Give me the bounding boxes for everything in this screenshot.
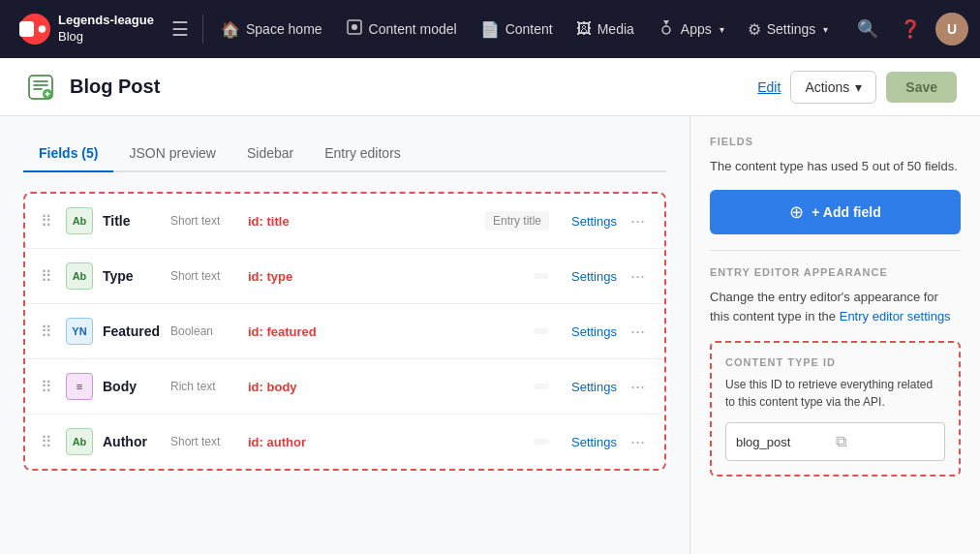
main-layout: Fields (5) JSON preview Sidebar Entry ed… [0, 116, 980, 554]
content-type-id-desc: Use this ID to retrieve everything relat… [725, 376, 945, 411]
field-type-title: Short text [170, 214, 238, 228]
app-logo[interactable]: Legends-league Blog [12, 13, 162, 46]
entry-editor-settings-link[interactable]: Entry editor settings [840, 309, 951, 323]
app-name: Legends-league Blog [58, 13, 154, 46]
drag-handle[interactable]: ⠿ [41, 267, 56, 286]
field-badge-type [534, 273, 549, 279]
tab-json-preview[interactable]: JSON preview [113, 136, 230, 172]
plus-icon: ⊕ [789, 201, 804, 223]
table-row: ⠿ Ab Author Short text id: author Settin… [25, 415, 664, 469]
drag-handle[interactable]: ⠿ [41, 378, 56, 396]
field-type-icon-type: Ab [66, 262, 93, 290]
content-model-icon [346, 18, 363, 40]
table-row: ⠿ Ab Title Short text id: title Entry ti… [25, 194, 664, 249]
field-more-title[interactable]: ··· [627, 211, 649, 231]
tab-fields[interactable]: Fields (5) [23, 136, 113, 172]
field-name-author: Author [103, 434, 161, 449]
field-settings-type[interactable]: Settings [559, 269, 617, 284]
field-type-icon-author: Ab [66, 428, 93, 455]
nav-settings[interactable]: ⚙ Settings ▾ [738, 15, 839, 45]
field-name-body: Body [103, 379, 161, 394]
home-icon: 🏠 [221, 20, 240, 39]
tab-bar: Fields (5) JSON preview Sidebar Entry ed… [23, 136, 666, 172]
field-type-icon-body: ≡ [66, 373, 93, 400]
tab-sidebar[interactable]: Sidebar [231, 136, 309, 172]
nav-divider [202, 15, 203, 44]
header-bar: Blog Post Edit Actions ▾ Save [0, 58, 980, 116]
drag-handle[interactable]: ⠿ [41, 212, 56, 231]
field-badge-title: Entry title [485, 211, 549, 231]
fields-count-text: The content type has used 5 out of 50 fi… [710, 157, 961, 176]
field-more-featured[interactable]: ··· [627, 322, 649, 342]
right-panel: FIELDS The content type has used 5 out o… [689, 116, 980, 554]
search-button[interactable]: 🔍 [850, 12, 885, 46]
drag-handle[interactable]: ⠿ [41, 433, 56, 451]
field-type-icon-featured: YN [66, 318, 93, 345]
field-id-author: id: author [248, 435, 524, 449]
actions-button[interactable]: Actions ▾ [790, 71, 876, 104]
drag-handle[interactable]: ⠿ [41, 323, 56, 341]
field-type-featured: Boolean [170, 324, 238, 338]
field-name-type: Type [103, 268, 161, 284]
nav-media[interactable]: 🖼 Media [567, 15, 644, 44]
nav-space-home[interactable]: 🏠 Space home [211, 15, 332, 45]
settings-dropdown-arrow: ▾ [823, 24, 828, 35]
blog-post-icon [23, 70, 58, 105]
table-row: ⠿ Ab Type Short text id: type Settings ·… [25, 249, 664, 304]
top-navigation: Legends-league Blog ☰ 🏠 Space home Conte… [0, 0, 980, 58]
field-badge-body [534, 384, 549, 389]
header-actions: Edit Actions ▾ Save [757, 71, 957, 104]
nav-actions: 🔍 ❓ U [850, 12, 968, 46]
nav-apps[interactable]: Apps ▾ [648, 13, 734, 46]
fields-container: ⠿ Ab Title Short text id: title Entry ti… [23, 192, 666, 471]
field-id-title: id: title [248, 214, 475, 229]
field-settings-featured[interactable]: Settings [559, 324, 617, 339]
entry-editor-section-label: ENTRY EDITOR APPEARANCE [710, 266, 961, 278]
field-more-author[interactable]: ··· [627, 432, 649, 452]
help-button[interactable]: ❓ [893, 12, 928, 46]
content-type-id-box: CONTENT TYPE ID Use this ID to retrieve … [710, 341, 961, 477]
settings-icon: ⚙ [748, 20, 761, 39]
field-id-featured: id: featured [248, 324, 524, 339]
fields-section-label: FIELDS [710, 136, 961, 147]
apps-icon [658, 18, 675, 40]
content-type-id-value: blog_post [736, 435, 834, 449]
field-settings-title[interactable]: Settings [559, 214, 617, 229]
field-badge-author [534, 439, 549, 445]
field-settings-author[interactable]: Settings [559, 435, 617, 449]
copy-icon[interactable]: ⧉ [834, 431, 935, 452]
svg-point-1 [39, 25, 46, 33]
field-more-type[interactable]: ··· [627, 266, 649, 287]
svg-point-3 [352, 24, 357, 30]
add-field-button[interactable]: ⊕ + Add field [710, 190, 961, 234]
left-panel: Fields (5) JSON preview Sidebar Entry ed… [0, 116, 689, 554]
svg-point-4 [662, 26, 670, 34]
user-avatar[interactable]: U [935, 13, 968, 46]
field-settings-body[interactable]: Settings [559, 380, 617, 394]
apps-dropdown-arrow: ▾ [720, 24, 724, 35]
field-type-body: Rich text [170, 380, 238, 393]
field-name-title: Title [103, 213, 161, 229]
section-divider [710, 250, 961, 251]
field-type-author: Short text [170, 435, 238, 448]
media-icon: 🖼 [576, 20, 592, 38]
field-type-type: Short text [170, 269, 238, 283]
field-id-body: id: body [248, 380, 524, 394]
table-row: ⠿ ≡ Body Rich text id: body Settings ··· [25, 359, 664, 415]
entry-editor-text: Change the entry editor's appearance for… [710, 288, 961, 328]
content-icon: 📄 [480, 20, 500, 39]
nav-content[interactable]: 📄 Content [471, 15, 563, 45]
edit-button[interactable]: Edit [757, 79, 781, 95]
save-button[interactable]: Save [886, 72, 957, 103]
nav-content-model[interactable]: Content model [336, 13, 467, 46]
content-type-id-input: blog_post ⧉ [725, 422, 945, 461]
field-type-icon-title: Ab [66, 207, 93, 234]
field-id-type: id: type [248, 269, 524, 284]
field-more-body[interactable]: ··· [627, 377, 649, 397]
hamburger-button[interactable]: ☰ [166, 12, 195, 46]
actions-dropdown-arrow: ▾ [855, 79, 862, 95]
field-name-featured: Featured [103, 323, 161, 339]
page-title: Blog Post [70, 76, 757, 98]
logo-icon [19, 14, 50, 45]
tab-entry-editors[interactable]: Entry editors [309, 136, 416, 172]
